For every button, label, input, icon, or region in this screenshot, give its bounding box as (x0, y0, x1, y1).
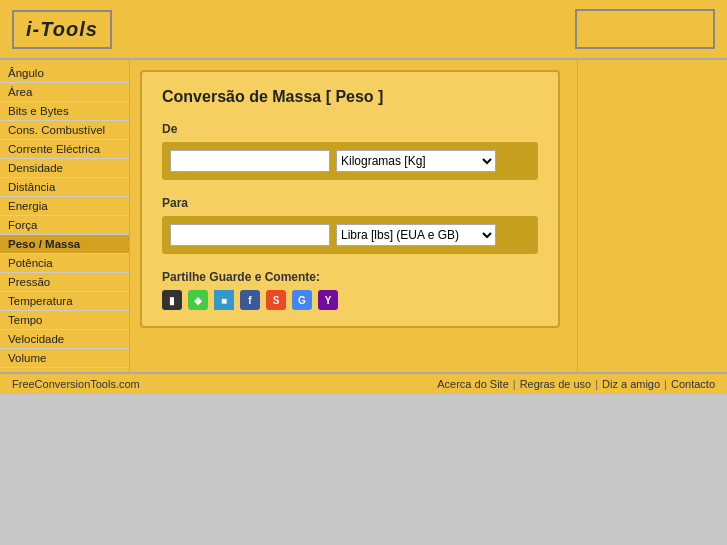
to-unit-select[interactable]: Libra [lbs] (EUA e GB)Kilogramas [Kg]Gra… (336, 224, 496, 246)
share-facebook-icon[interactable]: f (240, 290, 260, 310)
to-input[interactable] (170, 224, 330, 246)
sidebar-item[interactable]: Força (0, 216, 129, 235)
share-section: Partilhe Guarde e Comente: ▮ ◆ ■ f S G Y (162, 270, 538, 310)
sidebar-item[interactable]: Cons. Combustível (0, 121, 129, 140)
sidebar-item[interactable]: Densidade (0, 159, 129, 178)
right-panel (577, 60, 727, 372)
header-ad-box (575, 9, 715, 49)
footer-link-rules[interactable]: Regras de uso (520, 378, 592, 390)
sidebar-item[interactable]: Bits e Bytes (0, 102, 129, 121)
to-row: Libra [lbs] (EUA e GB)Kilogramas [Kg]Gra… (162, 216, 538, 254)
sidebar-item[interactable]: Energia (0, 197, 129, 216)
footer: FreeConversionTools.com Acerca do Site |… (0, 372, 727, 394)
sidebar-item[interactable]: Potência (0, 254, 129, 273)
sidebar-item[interactable]: Tempo (0, 311, 129, 330)
from-input[interactable] (170, 150, 330, 172)
sidebar-item[interactable]: Temperatura (0, 292, 129, 311)
share-icons: ▮ ◆ ■ f S G Y (162, 290, 538, 310)
from-row: Kilogramas [Kg]Gramas [g]Miligramas [mg]… (162, 142, 538, 180)
share-yahoo-icon[interactable]: Y (318, 290, 338, 310)
sidebar-item[interactable]: Velocidade (0, 330, 129, 349)
footer-sep-3: | (664, 378, 667, 390)
share-label: Partilhe Guarde e Comente: (162, 270, 538, 284)
conversion-title: Conversão de Massa [ Peso ] (162, 88, 538, 106)
footer-link-about[interactable]: Acerca do Site (437, 378, 509, 390)
logo: i-Tools (12, 10, 112, 49)
sidebar-item[interactable]: Volume (0, 349, 129, 368)
footer-sep-1: | (513, 378, 516, 390)
to-label: Para (162, 196, 538, 210)
conversion-panel: Conversão de Massa [ Peso ] De Kilograma… (140, 70, 560, 328)
sidebar-item[interactable]: Área (0, 83, 129, 102)
sidebar: ÂnguloÁreaBits e BytesCons. CombustívelC… (0, 60, 130, 372)
header: i-Tools (0, 0, 727, 60)
footer-link-friend[interactable]: Diz a amigo (602, 378, 660, 390)
sidebar-item[interactable]: Corrente Eléctrica (0, 140, 129, 159)
share-stumble-icon[interactable]: S (266, 290, 286, 310)
sidebar-item[interactable]: Pressão (0, 273, 129, 292)
sidebar-item[interactable]: Distância (0, 178, 129, 197)
from-label: De (162, 122, 538, 136)
footer-links: Acerca do Site | Regras de uso | Diz a a… (437, 378, 715, 390)
sidebar-item[interactable]: Ângulo (0, 64, 129, 83)
footer-brand: FreeConversionTools.com (12, 378, 140, 390)
content-area: Conversão de Massa [ Peso ] De Kilograma… (130, 60, 577, 372)
footer-link-contact[interactable]: Contacto (671, 378, 715, 390)
main-layout: ÂnguloÁreaBits e BytesCons. CombustívelC… (0, 60, 727, 372)
footer-sep-2: | (595, 378, 598, 390)
share-digg-icon[interactable]: ▮ (162, 290, 182, 310)
from-unit-select[interactable]: Kilogramas [Kg]Gramas [g]Miligramas [mg]… (336, 150, 496, 172)
share-delicious-icon[interactable]: ■ (214, 290, 234, 310)
share-apple-icon[interactable]: ◆ (188, 290, 208, 310)
share-google-icon[interactable]: G (292, 290, 312, 310)
sidebar-item[interactable]: Peso / Massa (0, 235, 129, 254)
